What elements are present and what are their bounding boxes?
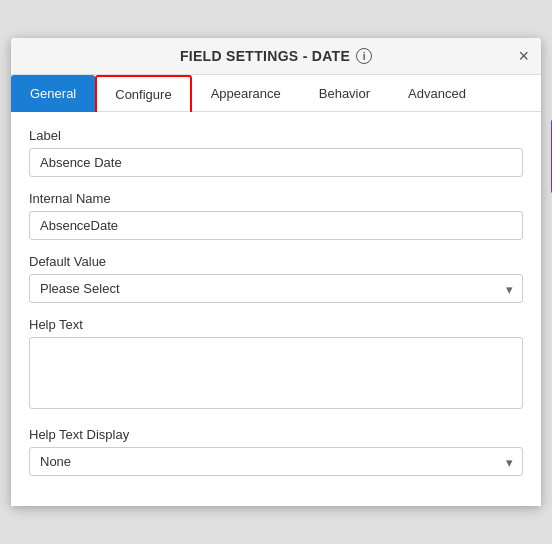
internal-name-label: Internal Name <box>29 191 523 206</box>
help-text-display-field-group: Help Text Display None ▾ <box>29 427 523 476</box>
tab-behavior[interactable]: Behavior <box>300 75 389 112</box>
internal-name-field-group: Internal Name <box>29 191 523 240</box>
label-field-label: Label <box>29 128 523 143</box>
close-button[interactable]: × <box>518 47 529 65</box>
internal-name-input[interactable] <box>29 211 523 240</box>
field-settings-modal: FIELD SETTINGS - DATE i × General Config… <box>11 38 541 506</box>
info-icon[interactable]: i <box>356 48 372 64</box>
help-text-input[interactable] <box>29 337 523 409</box>
label-field-group: Label <box>29 128 523 177</box>
default-value-select-wrapper: Please Select ▾ <box>29 274 523 303</box>
help-text-display-label: Help Text Display <box>29 427 523 442</box>
tab-general[interactable]: General <box>11 75 95 112</box>
label-input[interactable] <box>29 148 523 177</box>
modal-title: FIELD SETTINGS - DATE <box>180 48 350 64</box>
help-text-field-group: Help Text <box>29 317 523 413</box>
help-text-display-select[interactable]: None <box>29 447 523 476</box>
tab-bar: General Configure Appearance Behavior Ad… <box>11 75 541 112</box>
default-value-select[interactable]: Please Select <box>29 274 523 303</box>
tab-appearance[interactable]: Appearance <box>192 75 300 112</box>
default-value-label: Default Value <box>29 254 523 269</box>
help-text-display-select-wrapper: None ▾ <box>29 447 523 476</box>
tab-configure[interactable]: Configure <box>95 75 191 112</box>
modal-header: FIELD SETTINGS - DATE i × <box>11 38 541 75</box>
help-text-label: Help Text <box>29 317 523 332</box>
default-value-field-group: Default Value Please Select ▾ <box>29 254 523 303</box>
tab-advanced[interactable]: Advanced <box>389 75 485 112</box>
modal-body: Label Internal Name Default Value Please… <box>11 112 541 506</box>
